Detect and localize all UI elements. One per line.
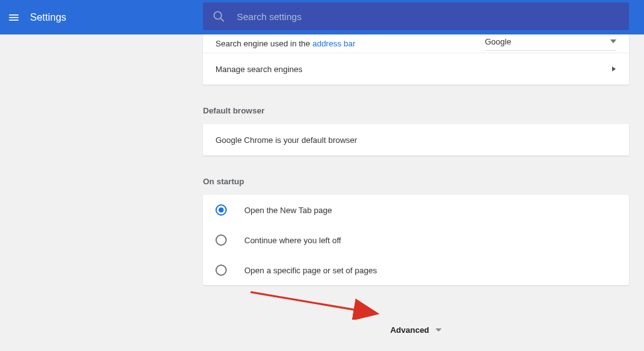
search-engine-card: Search engine used in the address bar Go…: [203, 34, 629, 85]
svg-line-4: [221, 18, 224, 21]
startup-option-specific[interactable]: Open a specific page or set of pages: [203, 255, 629, 285]
svg-rect-2: [9, 19, 19, 21]
search-input[interactable]: [237, 11, 620, 22]
default-browser-card: Google Chrome is your default browser: [203, 124, 629, 155]
manage-search-engines-label: Manage search engines: [216, 65, 611, 74]
chevron-right-icon: [611, 66, 616, 71]
search-engine-dropdown[interactable]: Google: [485, 37, 616, 51]
svg-rect-1: [9, 17, 19, 18]
startup-option-label: Open the New Tab page: [244, 206, 332, 215]
svg-marker-6: [612, 66, 616, 71]
search-engine-label-prefix: Search engine used in the: [216, 39, 313, 48]
hamburger-icon[interactable]: [8, 11, 20, 24]
radio-icon[interactable]: [216, 204, 227, 216]
startup-option-label: Open a specific page or set of pages: [244, 266, 377, 275]
search-icon: [212, 9, 226, 23]
on-startup-section-title: On startup: [203, 177, 629, 186]
manage-search-engines-row[interactable]: Manage search engines: [203, 53, 629, 85]
startup-option-label: Continue where you left off: [244, 236, 341, 245]
default-browser-section-title: Default browser: [203, 106, 629, 115]
search-engine-row[interactable]: Search engine used in the address bar Go…: [203, 34, 629, 53]
dropdown-arrow-icon: [610, 38, 616, 45]
advanced-toggle[interactable]: Advanced: [203, 325, 629, 335]
default-browser-status-row: Google Chrome is your default browser: [203, 124, 629, 155]
settings-search-box[interactable]: [203, 3, 629, 30]
default-browser-status: Google Chrome is your default browser: [216, 135, 357, 145]
on-startup-card: Open the New Tab page Continue where you…: [203, 195, 629, 285]
advanced-label: Advanced: [390, 325, 429, 335]
address-bar-link[interactable]: address bar: [313, 39, 356, 48]
app-header: Settings: [0, 0, 644, 34]
startup-option-continue[interactable]: Continue where you left off: [203, 225, 629, 255]
svg-marker-5: [610, 39, 616, 43]
search-engine-selected: Google: [485, 37, 511, 46]
search-engine-label: Search engine used in the address bar: [216, 39, 355, 48]
radio-icon[interactable]: [216, 265, 227, 276]
radio-icon[interactable]: [216, 234, 227, 246]
chevron-down-icon: [435, 328, 442, 332]
svg-rect-0: [9, 14, 19, 16]
svg-point-3: [214, 12, 222, 19]
page-title: Settings: [30, 12, 66, 23]
startup-option-new-tab[interactable]: Open the New Tab page: [203, 195, 629, 225]
